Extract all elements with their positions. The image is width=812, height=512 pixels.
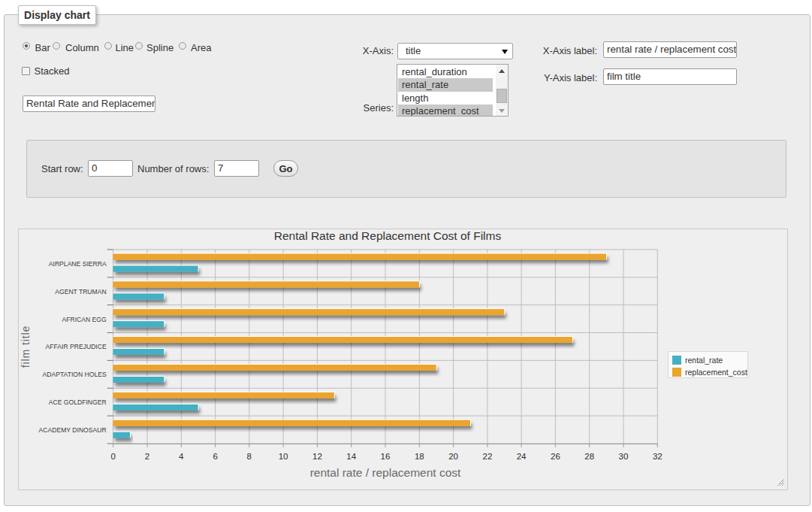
svg-text:ACADEMY DINOSAUR: ACADEMY DINOSAUR bbox=[39, 426, 107, 434]
svg-text:film title: film title bbox=[20, 326, 32, 368]
svg-text:6: 6 bbox=[213, 452, 217, 461]
svg-text:28: 28 bbox=[584, 452, 594, 461]
svg-text:12: 12 bbox=[312, 452, 322, 461]
svg-text:Rental Rate and Replacement Co: Rental Rate and Replacement Cost of Film… bbox=[274, 229, 502, 242]
svg-text:AGENT TRUMAN: AGENT TRUMAN bbox=[55, 288, 106, 295]
svg-text:ADAPTATION HOLES: ADAPTATION HOLES bbox=[43, 371, 107, 378]
svg-text:18: 18 bbox=[415, 452, 424, 461]
svg-text:8: 8 bbox=[247, 452, 252, 461]
svg-text:30: 30 bbox=[619, 452, 629, 461]
svg-text:26: 26 bbox=[551, 452, 560, 461]
svg-text:20: 20 bbox=[448, 452, 458, 461]
svg-text:0: 0 bbox=[110, 452, 115, 461]
svg-text:16: 16 bbox=[381, 452, 391, 461]
svg-text:24: 24 bbox=[517, 452, 527, 461]
svg-text:14: 14 bbox=[346, 452, 356, 461]
svg-text:2: 2 bbox=[145, 452, 149, 461]
svg-text:ACE GOLDFINGER: ACE GOLDFINGER bbox=[49, 398, 107, 406]
svg-text:AIRPLANE SIERRA: AIRPLANE SIERRA bbox=[49, 260, 107, 268]
svg-text:replacement_cost: replacement_cost bbox=[685, 368, 747, 377]
svg-text:AFRICAN EGG: AFRICAN EGG bbox=[62, 316, 107, 323]
svg-text:rental rate / replacement cost: rental rate / replacement cost bbox=[310, 466, 461, 479]
svg-text:rental_rate: rental_rate bbox=[685, 356, 723, 365]
svg-text:4: 4 bbox=[179, 452, 184, 461]
svg-text:22: 22 bbox=[483, 452, 493, 461]
svg-text:10: 10 bbox=[279, 452, 288, 461]
svg-text:32: 32 bbox=[653, 452, 663, 461]
svg-text:AFFAIR PREJUDICE: AFFAIR PREJUDICE bbox=[46, 343, 107, 350]
